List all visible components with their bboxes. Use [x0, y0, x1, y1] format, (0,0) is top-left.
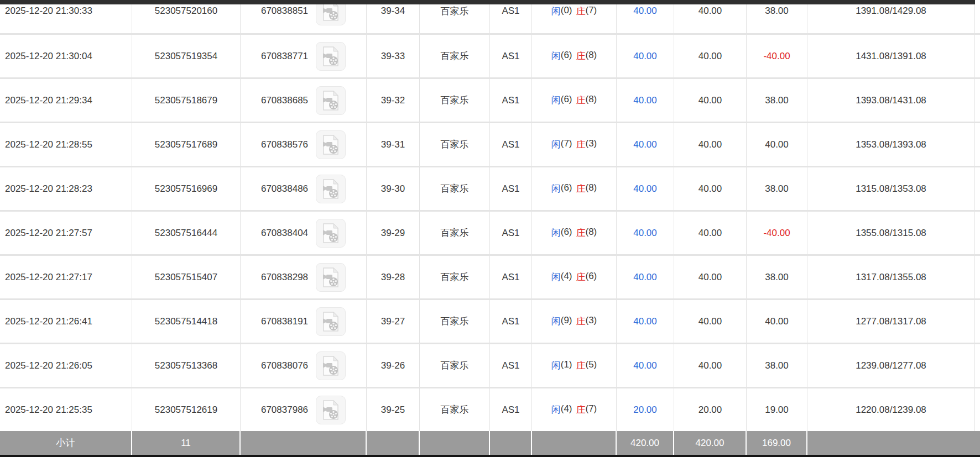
- player-score: (9): [561, 315, 572, 328]
- table-row: 2025-12-20 21:26:05 523057513368 6708380…: [0, 343, 980, 387]
- game-type: 百家乐: [420, 35, 490, 77]
- game-type: 百家乐: [420, 79, 490, 122]
- round-number: 39-32: [367, 79, 420, 122]
- game-number: 670838576: [261, 139, 308, 150]
- player-result: 闲(1): [551, 359, 572, 372]
- player-label: 闲: [551, 227, 561, 239]
- player-score: (6): [561, 50, 572, 62]
- bet-time: 2025-12-20 21:27:17: [0, 256, 132, 298]
- video-replay-button[interactable]: [316, 351, 346, 380]
- video-replay-button[interactable]: [316, 307, 346, 336]
- subtotal-count: 11: [132, 431, 241, 455]
- video-replay-button[interactable]: [316, 219, 346, 248]
- player-score: (7): [561, 138, 572, 151]
- player-label: 闲: [551, 5, 561, 18]
- bet-time: 2025-12-20 21:27:57: [0, 212, 132, 254]
- video-replay-button[interactable]: [316, 130, 346, 159]
- bet-time: 2025-12-20 21:29:34: [0, 79, 132, 122]
- bet-number: 523057519354: [132, 35, 241, 77]
- game-type: 百家乐: [420, 212, 490, 254]
- player-result: 闲(6): [551, 227, 572, 239]
- bet-amount-link[interactable]: 20.00: [617, 388, 674, 431]
- game-number-cell: 670837986: [241, 388, 367, 431]
- player-label: 闲: [551, 138, 561, 151]
- bet-amount-link[interactable]: 40.00: [617, 123, 674, 166]
- player-result: 闲(0): [551, 5, 572, 18]
- round-number: 39-25: [367, 388, 420, 431]
- game-type: 百家乐: [420, 123, 490, 166]
- banker-score: (5): [586, 359, 597, 372]
- banker-label: 庄: [576, 403, 586, 416]
- bet-time: 2025-12-20 21:30:33: [0, 0, 132, 33]
- video-replay-button[interactable]: [316, 263, 346, 292]
- bet-amount-link[interactable]: 40.00: [617, 35, 674, 77]
- bet-amount-link[interactable]: 40.00: [617, 167, 674, 210]
- game-result: 闲(6) 庄(8): [532, 79, 617, 122]
- subtotal-empty: [420, 431, 490, 455]
- table-row: 2025-12-20 21:28:23 523057516969 6708384…: [0, 166, 980, 210]
- banker-label: 庄: [576, 271, 586, 283]
- game-number-cell: 670838685: [241, 79, 367, 122]
- balance: 1239.08/1277.08: [807, 344, 975, 387]
- banker-score: (8): [586, 227, 597, 239]
- table-name: AS1: [490, 123, 532, 166]
- edge-sliver: [975, 300, 980, 343]
- bet-number: 523057514418: [132, 300, 241, 343]
- table-row: 2025-12-20 21:30:33 523057520160 6708388…: [0, 0, 980, 33]
- bet-time: 2025-12-20 21:25:35: [0, 388, 132, 431]
- game-number: 670838298: [261, 272, 308, 283]
- valid-amount: 40.00: [674, 300, 747, 343]
- player-result: 闲(4): [551, 271, 572, 283]
- player-label: 闲: [551, 403, 561, 416]
- edge-sliver: [975, 167, 980, 210]
- banker-result: 庄(8): [576, 94, 597, 107]
- banker-score: (8): [586, 94, 597, 107]
- bet-amount-link[interactable]: 40.00: [617, 79, 674, 122]
- video-replay-button[interactable]: [316, 42, 346, 71]
- game-number-cell: 670838771: [241, 35, 367, 77]
- bet-amount-link[interactable]: 40.00: [617, 256, 674, 298]
- banker-score: (3): [586, 315, 597, 328]
- subtotal-empty: [490, 431, 532, 455]
- bet-amount-link[interactable]: 40.00: [617, 300, 674, 343]
- balance: 1220.08/1239.08: [807, 388, 975, 431]
- game-result: 闲(7) 庄(3): [532, 123, 617, 166]
- balance: 1393.08/1431.08: [807, 79, 975, 122]
- round-number: 39-31: [367, 123, 420, 166]
- bet-amount-link[interactable]: 40.00: [617, 344, 674, 387]
- game-number: 670838771: [261, 51, 308, 62]
- win-loss: -40.00: [747, 212, 807, 254]
- player-label: 闲: [551, 50, 561, 62]
- game-type: 百家乐: [420, 344, 490, 387]
- game-number-cell: 670838298: [241, 256, 367, 298]
- edge-sliver: [975, 256, 980, 298]
- game-number: 670838851: [261, 6, 308, 17]
- video-replay-icon: [322, 267, 339, 287]
- banker-result: 庄(3): [576, 315, 597, 328]
- video-replay-icon: [322, 356, 339, 376]
- game-type: 百家乐: [420, 0, 490, 33]
- game-number-cell: 670838576: [241, 123, 367, 166]
- bet-number: 523057512619: [132, 388, 241, 431]
- player-label: 闲: [551, 271, 561, 283]
- bet-amount-link[interactable]: 40.00: [617, 212, 674, 254]
- subtotal-row: 小计 11 420.00 420.00 169.00: [0, 431, 980, 455]
- round-number: 39-34: [367, 0, 420, 33]
- player-result: 闲(9): [551, 315, 572, 328]
- video-replay-button[interactable]: [316, 396, 346, 424]
- subtotal-empty: [241, 431, 367, 455]
- bet-time: 2025-12-20 21:30:04: [0, 35, 132, 77]
- balance: 1317.08/1355.08: [807, 256, 975, 298]
- round-number: 39-29: [367, 212, 420, 254]
- player-score: (4): [561, 271, 572, 283]
- game-number: 670838404: [261, 228, 308, 239]
- table-body: 2025-12-20 21:30:33 523057520160 6708388…: [0, 0, 980, 431]
- balance: 1353.08/1393.08: [807, 123, 975, 166]
- video-replay-button[interactable]: [316, 175, 346, 203]
- video-replay-icon: [322, 312, 339, 332]
- bet-amount-link[interactable]: 40.00: [617, 0, 674, 33]
- game-number-cell: 670838076: [241, 344, 367, 387]
- round-number: 39-30: [367, 167, 420, 210]
- balance: 1277.08/1317.08: [807, 300, 975, 343]
- video-replay-button[interactable]: [316, 86, 346, 115]
